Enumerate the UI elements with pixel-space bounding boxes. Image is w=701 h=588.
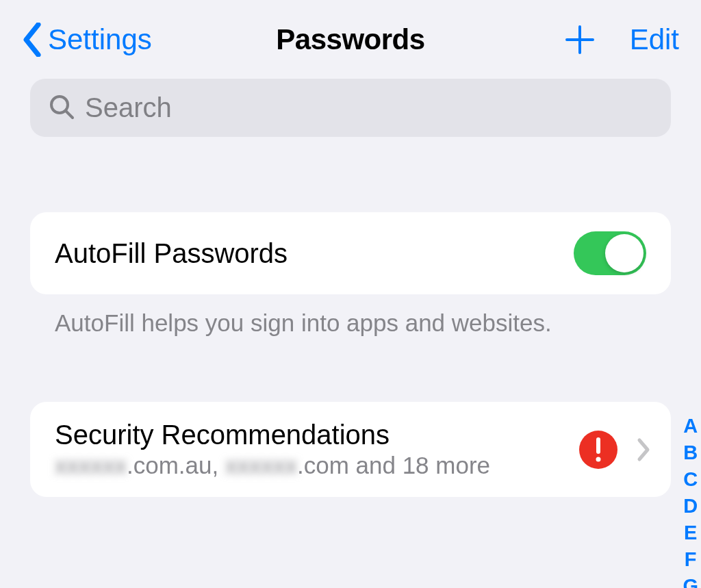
autofill-toggle[interactable] [574,231,646,275]
add-button[interactable] [564,24,596,55]
navigation-bar: Settings Passwords Edit [0,0,701,79]
index-letter-b[interactable]: B [683,443,698,463]
page-title: Passwords [276,23,424,56]
security-subtitle: xxxxxx.com.au, xxxxxx.com and 18 more [55,452,567,479]
autofill-label: AutoFill Passwords [55,238,288,269]
blurred-domain-2: xxxxxx [225,452,297,479]
autofill-row: AutoFill Passwords [30,212,671,294]
back-label: Settings [48,23,152,56]
security-title: Security Recommendations [55,420,567,450]
search-input[interactable] [85,92,653,123]
toggle-knob [605,234,643,272]
index-letter-g[interactable]: G [683,576,698,588]
index-letter-e[interactable]: E [684,523,697,543]
autofill-footer: AutoFill helps you sign into apps and we… [30,294,671,337]
back-button[interactable]: Settings [22,23,152,57]
security-card: Security Recommendations xxxxxx.com.au, … [30,402,671,497]
svg-rect-1 [596,437,600,454]
edit-button[interactable]: Edit [630,23,679,56]
autofill-card: AutoFill Passwords [30,212,671,294]
alert-icon [579,431,617,469]
svg-point-2 [596,457,601,461]
search-icon [48,93,75,123]
index-letter-d[interactable]: D [683,496,698,516]
security-recommendations-row[interactable]: Security Recommendations xxxxxx.com.au, … [30,402,671,497]
index-letter-c[interactable]: C [683,470,698,489]
search-bar[interactable] [30,79,671,137]
index-letter-a[interactable]: A [683,416,698,436]
blurred-domain-1: xxxxxx [55,452,127,479]
chevron-left-icon [22,23,42,57]
chevron-right-icon [630,437,657,462]
alphabet-index[interactable]: ABCDEFG [683,416,698,588]
index-letter-f[interactable]: F [685,550,697,570]
